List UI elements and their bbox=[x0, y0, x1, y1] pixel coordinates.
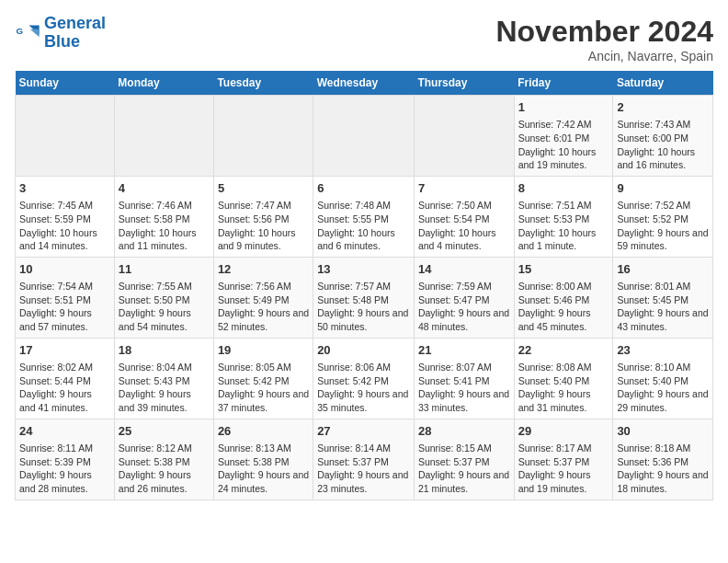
day-info: Sunrise: 8:17 AM Sunset: 5:37 PM Dayligh… bbox=[518, 442, 609, 496]
logo-line1: General bbox=[44, 14, 106, 32]
day-info: Sunrise: 7:56 AM Sunset: 5:49 PM Dayligh… bbox=[218, 280, 309, 334]
cell-5-5: 29Sunrise: 8:17 AM Sunset: 5:37 PM Dayli… bbox=[514, 419, 613, 500]
cell-5-4: 28Sunrise: 8:15 AM Sunset: 5:37 PM Dayli… bbox=[414, 419, 514, 500]
day-number: 11 bbox=[119, 261, 210, 278]
day-number: 29 bbox=[518, 423, 609, 440]
day-number: 1 bbox=[518, 99, 609, 116]
day-number: 8 bbox=[518, 180, 609, 197]
day-info: Sunrise: 7:51 AM Sunset: 5:53 PM Dayligh… bbox=[518, 199, 609, 253]
logo-icon: G bbox=[15, 20, 40, 46]
day-info: Sunrise: 7:42 AM Sunset: 6:01 PM Dayligh… bbox=[518, 118, 609, 172]
cell-5-0: 24Sunrise: 8:11 AM Sunset: 5:39 PM Dayli… bbox=[16, 419, 115, 500]
day-info: Sunrise: 7:48 AM Sunset: 5:55 PM Dayligh… bbox=[317, 199, 410, 253]
cell-1-3 bbox=[313, 96, 415, 177]
svg-marker-2 bbox=[30, 29, 40, 37]
logo-text: General Blue bbox=[44, 15, 106, 52]
day-number: 22 bbox=[518, 342, 609, 359]
day-info: Sunrise: 7:57 AM Sunset: 5:48 PM Dayligh… bbox=[317, 280, 410, 334]
cell-1-1 bbox=[114, 96, 213, 177]
day-info: Sunrise: 8:07 AM Sunset: 5:41 PM Dayligh… bbox=[418, 361, 510, 415]
day-number: 16 bbox=[617, 261, 709, 278]
logo: G General Blue bbox=[15, 15, 106, 52]
week-row-3: 10Sunrise: 7:54 AM Sunset: 5:51 PM Dayli… bbox=[16, 257, 713, 338]
day-info: Sunrise: 8:02 AM Sunset: 5:44 PM Dayligh… bbox=[19, 361, 110, 415]
day-number: 15 bbox=[518, 261, 609, 278]
day-number: 17 bbox=[19, 342, 110, 359]
day-number: 3 bbox=[19, 180, 110, 197]
cell-3-6: 16Sunrise: 8:01 AM Sunset: 5:45 PM Dayli… bbox=[613, 257, 713, 338]
week-row-2: 3Sunrise: 7:45 AM Sunset: 5:59 PM Daylig… bbox=[16, 176, 713, 257]
cell-2-4: 7Sunrise: 7:50 AM Sunset: 5:54 PM Daylig… bbox=[414, 176, 514, 257]
day-number: 9 bbox=[617, 180, 709, 197]
title-block: November 2024 Ancin, Navarre, Spain bbox=[495, 15, 713, 63]
day-number: 7 bbox=[418, 180, 510, 197]
day-info: Sunrise: 7:59 AM Sunset: 5:47 PM Dayligh… bbox=[418, 280, 510, 334]
cell-1-4 bbox=[414, 96, 514, 177]
cell-3-1: 11Sunrise: 7:55 AM Sunset: 5:50 PM Dayli… bbox=[114, 257, 213, 338]
col-wednesday: Wednesday bbox=[313, 71, 415, 96]
cell-4-1: 18Sunrise: 8:04 AM Sunset: 5:43 PM Dayli… bbox=[114, 338, 213, 419]
calendar-header: Sunday Monday Tuesday Wednesday Thursday… bbox=[16, 71, 713, 96]
day-info: Sunrise: 8:10 AM Sunset: 5:40 PM Dayligh… bbox=[617, 361, 709, 415]
col-monday: Monday bbox=[114, 71, 213, 96]
day-number: 26 bbox=[218, 423, 309, 440]
day-info: Sunrise: 8:04 AM Sunset: 5:43 PM Dayligh… bbox=[119, 361, 210, 415]
day-info: Sunrise: 8:06 AM Sunset: 5:42 PM Dayligh… bbox=[317, 361, 410, 415]
cell-5-2: 26Sunrise: 8:13 AM Sunset: 5:38 PM Dayli… bbox=[213, 419, 313, 500]
day-number: 25 bbox=[119, 423, 210, 440]
cell-4-0: 17Sunrise: 8:02 AM Sunset: 5:44 PM Dayli… bbox=[16, 338, 115, 419]
day-number: 4 bbox=[119, 180, 210, 197]
cell-3-5: 15Sunrise: 8:00 AM Sunset: 5:46 PM Dayli… bbox=[514, 257, 613, 338]
day-number: 13 bbox=[317, 261, 410, 278]
day-number: 18 bbox=[119, 342, 210, 359]
day-number: 12 bbox=[218, 261, 309, 278]
day-number: 24 bbox=[19, 423, 110, 440]
day-number: 2 bbox=[617, 99, 709, 116]
day-number: 10 bbox=[19, 261, 110, 278]
cell-4-2: 19Sunrise: 8:05 AM Sunset: 5:42 PM Dayli… bbox=[213, 338, 313, 419]
day-info: Sunrise: 7:52 AM Sunset: 5:52 PM Dayligh… bbox=[617, 199, 709, 253]
cell-4-4: 21Sunrise: 8:07 AM Sunset: 5:41 PM Dayli… bbox=[414, 338, 514, 419]
cell-4-5: 22Sunrise: 8:08 AM Sunset: 5:40 PM Dayli… bbox=[514, 338, 613, 419]
day-number: 20 bbox=[317, 342, 410, 359]
week-row-1: 1Sunrise: 7:42 AM Sunset: 6:01 PM Daylig… bbox=[16, 96, 713, 177]
cell-1-6: 2Sunrise: 7:43 AM Sunset: 6:00 PM Daylig… bbox=[613, 96, 713, 177]
day-info: Sunrise: 8:01 AM Sunset: 5:45 PM Dayligh… bbox=[617, 280, 709, 334]
day-number: 28 bbox=[418, 423, 510, 440]
cell-2-5: 8Sunrise: 7:51 AM Sunset: 5:53 PM Daylig… bbox=[514, 176, 613, 257]
day-number: 14 bbox=[418, 261, 510, 278]
cell-5-1: 25Sunrise: 8:12 AM Sunset: 5:38 PM Dayli… bbox=[114, 419, 213, 500]
cell-3-4: 14Sunrise: 7:59 AM Sunset: 5:47 PM Dayli… bbox=[414, 257, 514, 338]
week-row-5: 24Sunrise: 8:11 AM Sunset: 5:39 PM Dayli… bbox=[16, 419, 713, 500]
cell-3-2: 12Sunrise: 7:56 AM Sunset: 5:49 PM Dayli… bbox=[213, 257, 313, 338]
cell-1-2 bbox=[213, 96, 313, 177]
day-number: 30 bbox=[617, 423, 709, 440]
day-info: Sunrise: 8:15 AM Sunset: 5:37 PM Dayligh… bbox=[418, 442, 510, 496]
col-sunday: Sunday bbox=[16, 71, 115, 96]
day-info: Sunrise: 7:45 AM Sunset: 5:59 PM Dayligh… bbox=[19, 199, 110, 253]
week-row-4: 17Sunrise: 8:02 AM Sunset: 5:44 PM Dayli… bbox=[16, 338, 713, 419]
day-number: 19 bbox=[218, 342, 309, 359]
day-number: 23 bbox=[617, 342, 709, 359]
logo-line2: Blue bbox=[44, 32, 80, 51]
cell-2-6: 9Sunrise: 7:52 AM Sunset: 5:52 PM Daylig… bbox=[613, 176, 713, 257]
col-saturday: Saturday bbox=[613, 71, 713, 96]
day-number: 6 bbox=[317, 180, 410, 197]
col-tuesday: Tuesday bbox=[213, 71, 313, 96]
day-info: Sunrise: 8:08 AM Sunset: 5:40 PM Dayligh… bbox=[518, 361, 609, 415]
day-info: Sunrise: 8:14 AM Sunset: 5:37 PM Dayligh… bbox=[317, 442, 410, 496]
cell-4-3: 20Sunrise: 8:06 AM Sunset: 5:42 PM Dayli… bbox=[313, 338, 415, 419]
cell-1-5: 1Sunrise: 7:42 AM Sunset: 6:01 PM Daylig… bbox=[514, 96, 613, 177]
day-info: Sunrise: 8:18 AM Sunset: 5:36 PM Dayligh… bbox=[617, 442, 709, 496]
cell-2-0: 3Sunrise: 7:45 AM Sunset: 5:59 PM Daylig… bbox=[16, 176, 115, 257]
day-info: Sunrise: 7:46 AM Sunset: 5:58 PM Dayligh… bbox=[119, 199, 210, 253]
cell-2-1: 4Sunrise: 7:46 AM Sunset: 5:58 PM Daylig… bbox=[114, 176, 213, 257]
day-info: Sunrise: 7:54 AM Sunset: 5:51 PM Dayligh… bbox=[19, 280, 110, 334]
day-info: Sunrise: 7:47 AM Sunset: 5:56 PM Dayligh… bbox=[218, 199, 309, 253]
col-thursday: Thursday bbox=[414, 71, 514, 96]
day-info: Sunrise: 8:00 AM Sunset: 5:46 PM Dayligh… bbox=[518, 280, 609, 334]
cell-5-6: 30Sunrise: 8:18 AM Sunset: 5:36 PM Dayli… bbox=[613, 419, 713, 500]
day-info: Sunrise: 7:43 AM Sunset: 6:00 PM Dayligh… bbox=[617, 118, 709, 172]
location: Ancin, Navarre, Spain bbox=[495, 49, 713, 63]
calendar-body: 1Sunrise: 7:42 AM Sunset: 6:01 PM Daylig… bbox=[16, 96, 713, 500]
